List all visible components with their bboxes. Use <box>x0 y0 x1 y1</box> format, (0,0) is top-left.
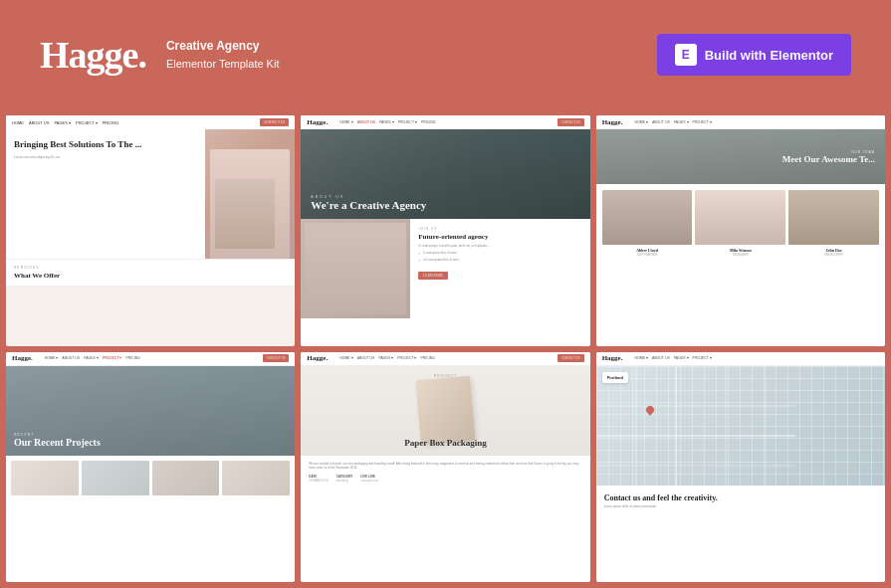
template-grid: HOME ABOUT US PAGES ▾ PROJECT ▾ PRICING … <box>0 109 891 588</box>
logo-about: Hagge. <box>307 118 328 126</box>
about-image-inner <box>305 223 406 314</box>
cell-home[interactable]: HOME ABOUT US PAGES ▾ PROJECT ▾ PRICING … <box>6 115 295 346</box>
contact-title: Contact us and feel the creativity. <box>604 493 877 502</box>
hero-home: Bringing Best Solutions To The ... Lorem… <box>6 129 295 259</box>
about-image <box>301 219 410 318</box>
cell-single-project[interactable]: Hagge. HOME ▾ ABOUT US PAGES ▾ PROJECT ▾… <box>301 352 589 583</box>
hero2-text: ABOUT US We're a Creative Agency <box>311 195 426 211</box>
nav-home: HOME ABOUT US PAGES ▾ PROJECT ▾ PRICING … <box>6 115 295 129</box>
nav-single-project: Hagge. HOME ▾ ABOUT US PAGES ▾ PROJECT ▾… <box>301 352 589 366</box>
team-grid: Abber Lloyd COPYWRITER Mila Stinson DESI… <box>596 184 885 263</box>
meta-cat: CATEGORY branding <box>336 475 353 483</box>
hero2-label: ABOUT US <box>311 195 426 199</box>
services-label: SERVICES <box>14 266 287 270</box>
cell-team[interactable]: Hagge. HOME ▾ ABOUT US PAGES ▾ PROJECT ▾… <box>596 115 885 346</box>
nav-cta-home[interactable]: CONTACT US <box>260 118 290 126</box>
nav-about: Hagge. HOME ▾ ABOUT US PAGES ▾ PROJECT ▾… <box>301 115 589 129</box>
nav-links-home: HOME ABOUT US PAGES ▾ PROJECT ▾ PRICING <box>12 120 118 125</box>
product-title: Paper Box Packaging <box>404 438 486 448</box>
contact-sub: Lorem ipsum dolor sit amet consectetur <box>604 504 877 508</box>
hero-team: OUR TEAM Meet Our Awesome Te... <box>596 129 885 184</box>
project-title: Our Recent Projects <box>14 437 101 448</box>
header-subtitle: Creative Agency Elementor Template Kit <box>166 37 280 74</box>
map-area: Portland <box>596 366 885 486</box>
nav-links-single-project: HOME ▾ ABOUT US PAGES ▾ PROJECT ▾ PRICIN… <box>339 356 435 360</box>
hero-text-home: Bringing Best Solutions To The ... Lorem… <box>6 129 205 259</box>
nav-links-about: HOME ▾ ABOUT US PAGES ▾ PROJECT ▾ PRICIN… <box>339 120 435 124</box>
nav-links-contact: HOME ▾ ABOUT US PAGES ▾ PROJECT ▾ <box>634 356 711 360</box>
about-content: JOIN US Future-oriented agency Ut enim q… <box>410 219 589 318</box>
services-section: SERVICES What We Offer <box>6 259 295 286</box>
meta-link: LIVE LINK example.com <box>360 475 378 483</box>
project-desc: We are excited to launch our new packagi… <box>309 462 581 472</box>
nav-contact: Hagge. HOME ▾ ABOUT US PAGES ▾ PROJECT ▾ <box>596 352 885 366</box>
project-detail: We are excited to launch our new packagi… <box>301 456 589 490</box>
learn-more-btn[interactable]: LEARN MORE <box>418 272 447 280</box>
about-title: Future-oriented agency <box>418 233 581 241</box>
nav-links-team: HOME ▾ ABOUT US PAGES ▾ PROJECT ▾ <box>634 120 711 124</box>
hero-body-home: Lorem consectetur adipiscing elit, sed..… <box>14 155 197 160</box>
check-item-1: ✓ Lorem ipsum dolor sit amet <box>418 251 581 256</box>
elementor-badge[interactable]: E Build with Elementor <box>657 34 851 76</box>
project-thumb-2 <box>82 461 149 495</box>
nav-cta-about[interactable]: CONTACT US <box>557 118 583 126</box>
team-photo-2 <box>695 190 785 245</box>
elementor-label: Build with Elementor <box>705 48 833 63</box>
team-photo-1 <box>602 190 693 245</box>
about-label: JOIN US <box>418 227 581 231</box>
hero3-text: OUR TEAM Meet Our Awesome Te... <box>782 150 875 164</box>
meta-date: DATE 29 MARCH 20 <box>309 475 328 483</box>
services-title: What We Offer <box>14 272 287 280</box>
product-hero: PROJECT Paper Box Packaging <box>301 366 589 456</box>
project-hero-text: RECENT Our Recent Projects <box>14 433 101 448</box>
project-thumb-3 <box>152 461 220 495</box>
about-section: JOIN US Future-oriented agency Ut enim q… <box>301 219 589 318</box>
team-member-1: Abber Lloyd COPYWRITER <box>602 190 693 257</box>
check-icon-2: ✓ <box>418 258 421 263</box>
hero-title-home: Bringing Best Solutions To The ... <box>14 139 197 151</box>
nav-links-projects: HOME ▾ ABOUT US PAGES ▾ PROJECT ▾ PRICIN… <box>45 356 140 360</box>
project-meta: DATE 29 MARCH 20 CATEGORY branding LIVE … <box>309 475 581 483</box>
hero-image-home <box>205 129 295 259</box>
nav-team: Hagge. HOME ▾ ABOUT US PAGES ▾ PROJECT ▾ <box>596 115 885 129</box>
nav-cta-projects[interactable]: CONTACT US <box>263 354 289 362</box>
nav-projects: Hagge. HOME ▾ ABOUT US PAGES ▾ PROJECT ▾… <box>6 352 295 366</box>
project-thumbnails <box>6 456 295 500</box>
cell-contact[interactable]: Hagge. HOME ▾ ABOUT US PAGES ▾ PROJECT ▾ <box>596 352 885 583</box>
cell-projects[interactable]: Hagge. HOME ▾ ABOUT US PAGES ▾ PROJECT ▾… <box>6 352 295 583</box>
hero2-title: We're a Creative Agency <box>311 199 426 211</box>
subtitle-line1: Creative Agency <box>166 37 280 56</box>
logo-team: Hagge. <box>602 118 623 126</box>
team-role-1: COPYWRITER <box>602 253 693 257</box>
project-thumb-4 <box>222 461 290 495</box>
team-photo-3 <box>788 190 879 245</box>
team-role-3: DEVELOPER <box>788 253 879 257</box>
header-left: Hagge. Creative Agency Elementor Templat… <box>40 33 279 77</box>
logo-single-project: Hagge. <box>307 354 328 362</box>
check-icon-1: ✓ <box>418 251 421 256</box>
product-box <box>415 376 475 446</box>
people-silhouette <box>210 149 290 259</box>
logo: Hagge. <box>40 33 146 77</box>
project-hero: RECENT Our Recent Projects <box>6 366 295 456</box>
elementor-icon: E <box>675 44 697 66</box>
contact-section: Contact us and feel the creativity. Lore… <box>596 486 885 516</box>
logo-projects: Hagge. <box>12 354 33 362</box>
nav-cta-single[interactable]: CONTACT US <box>557 354 583 362</box>
header: Hagge. Creative Agency Elementor Templat… <box>0 0 891 109</box>
team-member-2: Mila Stinson DESIGNER <box>695 190 785 257</box>
logo-contact: Hagge. <box>602 354 623 362</box>
team-member-3: John Doe DEVELOPER <box>788 190 879 257</box>
hero3-title: Meet Our Awesome Te... <box>782 154 875 164</box>
cell-about[interactable]: Hagge. HOME ▾ ABOUT US PAGES ▾ PROJECT ▾… <box>301 115 589 346</box>
project-thumb-1 <box>11 461 79 495</box>
map-label: Portland <box>602 372 628 383</box>
check-item-2: ✓ ut lorem ipsum dolor sit amet <box>418 258 581 263</box>
subtitle-line2: Elementor Template Kit <box>166 56 280 74</box>
page-wrapper: Hagge. Creative Agency Elementor Templat… <box>0 0 891 588</box>
about-body: Ut enim quisque convallis quam, medi era… <box>418 244 581 249</box>
team-role-2: DESIGNER <box>695 253 785 257</box>
hero-about: ABOUT US We're a Creative Agency <box>301 129 589 219</box>
map-roads-svg <box>596 366 885 486</box>
